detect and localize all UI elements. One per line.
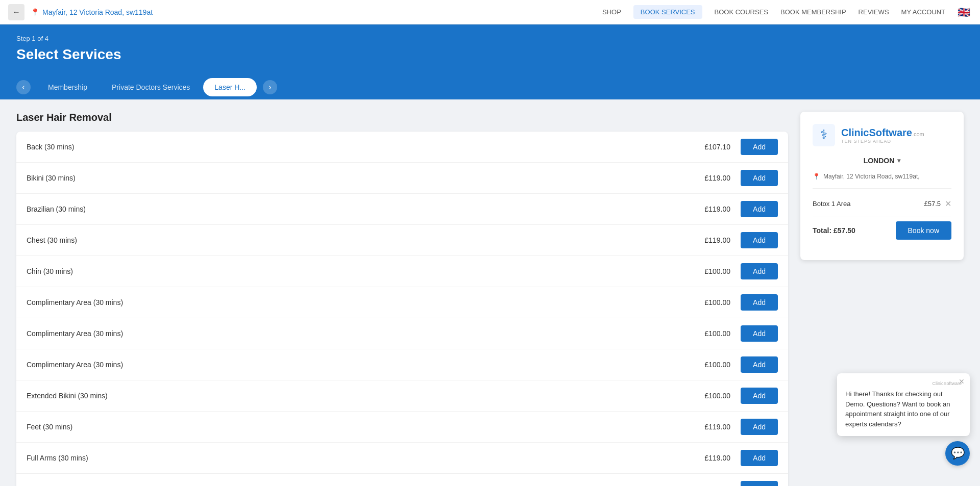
location-text: Mayfair, 12 Victoria Road, sw119at [42,8,153,16]
category-tabs-wrapper: ‹ Membership Private Doctors Services La… [0,75,980,99]
address-pin-icon: 📍 [813,173,820,180]
step-indicator: Step 1 of 4 [16,35,964,42]
service-row: Back (30 mins) £107.10 Add [16,132,788,163]
service-price: £100.00 [684,298,730,306]
add-button[interactable]: Add [741,388,778,404]
cart-total-label: Total: £57.50 [813,226,855,235]
service-name: Chin (30 mins) [27,267,684,275]
service-name: Extended Bikini (30 mins) [27,392,684,400]
service-name: Complimentary Area (30 mins) [27,329,684,338]
location-name: LONDON [864,157,895,165]
service-row: Full Arms (30 mins) £119.00 Add [16,443,788,474]
cart-address: 📍 Mayfair, 12 Victoria Road, sw119at, [813,173,951,189]
add-button[interactable]: Add [741,263,778,279]
service-price: £119.00 [684,236,730,244]
category-tabs: Membership Private Doctors Services Lase… [37,75,257,99]
service-name: Brazilian (30 mins) [27,205,684,213]
add-button[interactable]: Add [741,170,778,186]
service-row: Brazilian (30 mins) £119.00 Add [16,194,788,225]
chat-logo-tiny: ClinicSoftware [845,380,962,388]
service-name: Back (30 mins) [27,143,684,151]
chat-open-button[interactable]: 💬 [945,441,970,466]
chat-bubble: ClinicSoftware ✕ Hi there! Thanks for ch… [837,373,970,437]
address-text: Mayfair, 12 Victoria Road, sw119at, [823,173,920,180]
service-price: £100.00 [684,392,730,400]
service-row: Chest (30 mins) £119.00 Add [16,225,788,256]
service-price: £119.00 [684,205,730,213]
service-row: Complimentary Area (30 mins) £100.00 Add [16,349,788,380]
sidebar-cart: ⚕ ClinicSoftware.com TEN STEPS AHEAD LON… [800,112,964,260]
service-row: Bikini (30 mins) £119.00 Add [16,163,788,194]
service-row: Extended Bikini (30 mins) £100.00 Add [16,380,788,412]
flag-icon: 🇬🇧 [958,7,972,17]
service-name: Complimentary Area (30 mins) [27,361,684,369]
chat-widget: ClinicSoftware ✕ Hi there! Thanks for ch… [837,373,970,466]
chevron-down-icon: ▾ [897,157,900,164]
cart-card: ⚕ ClinicSoftware.com TEN STEPS AHEAD LON… [800,112,964,260]
service-row: Full Face (30 mins) £119.00 Add [16,474,788,486]
nav-my-account[interactable]: MY ACCOUNT [901,8,945,16]
tab-private-doctors[interactable]: Private Doctors Services [101,75,201,99]
nav-book-courses[interactable]: BOOK COURSES [715,8,768,16]
nav-reviews[interactable]: REVIEWS [859,8,889,16]
service-row: Complimentary Area (30 mins) £100.00 Add [16,318,788,349]
service-price: £107.10 [684,143,730,151]
service-name: Complimentary Area (30 mins) [27,298,684,306]
add-button[interactable]: Add [741,450,778,466]
service-price: £119.00 [684,423,730,431]
nav-book-membership[interactable]: BOOK MEMBERSHIP [780,8,846,16]
services-panel: Laser Hair Removal Back (30 mins) £107.1… [16,112,788,486]
tab-laser[interactable]: Laser H... [203,78,257,96]
add-button[interactable]: Add [741,139,778,155]
chat-message: Hi there! Thanks for checking out Demo. … [845,390,950,428]
add-button[interactable]: Add [741,294,778,311]
service-name: Feet (30 mins) [27,423,684,431]
tab-membership[interactable]: Membership [37,75,99,99]
clinic-logo-text: ClinicSoftware.com TEN STEPS AHEAD [841,127,924,144]
service-name: Full Arms (30 mins) [27,454,684,462]
chat-close-button[interactable]: ✕ [959,377,965,386]
service-name: Bikini (30 mins) [27,174,684,182]
remove-item-button[interactable]: ✕ [945,199,951,209]
add-button[interactable]: Add [741,419,778,435]
header-banner: Step 1 of 4 Select Services [0,24,980,75]
clinic-name: ClinicSoftware.com [841,127,924,139]
service-row: Chin (30 mins) £100.00 Add [16,256,788,287]
service-price: £100.00 [684,267,730,275]
clinic-logo-area: ⚕ ClinicSoftware.com TEN STEPS AHEAD [813,124,951,146]
clinic-logo-icon: ⚕ [813,124,835,146]
tabs-next-button[interactable]: › [263,80,277,94]
service-row: Complimentary Area (30 mins) £100.00 Add [16,287,788,318]
nav-book-services[interactable]: BOOK SERVICES [633,5,702,19]
services-list: Back (30 mins) £107.10 Add Bikini (30 mi… [16,132,788,486]
page-title: Select Services [16,46,964,63]
add-button[interactable]: Add [741,232,778,248]
service-row: Feet (30 mins) £119.00 Add [16,412,788,443]
back-button[interactable]: ← [8,4,24,20]
location-display: 📍 Mayfair, 12 Victoria Road, sw119at [31,8,153,16]
cart-item-row: Botox 1 Area £57.5 ✕ [813,199,951,209]
top-nav: ← 📍 Mayfair, 12 Victoria Road, sw119at S… [0,0,980,24]
cart-total-row: Total: £57.50 Book now [813,217,951,240]
nav-links: SHOP BOOK SERVICES BOOK COURSES BOOK MEM… [602,5,972,19]
location-select[interactable]: LONDON ▾ [813,157,951,165]
add-button[interactable]: Add [741,481,778,486]
add-button[interactable]: Add [741,201,778,217]
svg-text:⚕: ⚕ [820,127,827,142]
service-price: £100.00 [684,329,730,338]
nav-shop[interactable]: SHOP [602,8,621,16]
tabs-prev-button[interactable]: ‹ [16,80,31,94]
main-layout: Laser Hair Removal Back (30 mins) £107.1… [0,99,980,486]
cart-item-price: £57.5 ✕ [924,199,951,209]
service-name: Chest (30 mins) [27,236,684,244]
cart-item-name: Botox 1 Area [813,200,850,208]
clinic-tagline: TEN STEPS AHEAD [841,139,924,144]
add-button[interactable]: Add [741,325,778,342]
book-now-button[interactable]: Book now [896,221,951,240]
service-price: £100.00 [684,361,730,369]
service-price: £119.00 [684,174,730,182]
add-button[interactable]: Add [741,356,778,373]
pin-icon: 📍 [31,8,39,16]
services-section-title: Laser Hair Removal [16,112,788,123]
service-price: £119.00 [684,454,730,462]
